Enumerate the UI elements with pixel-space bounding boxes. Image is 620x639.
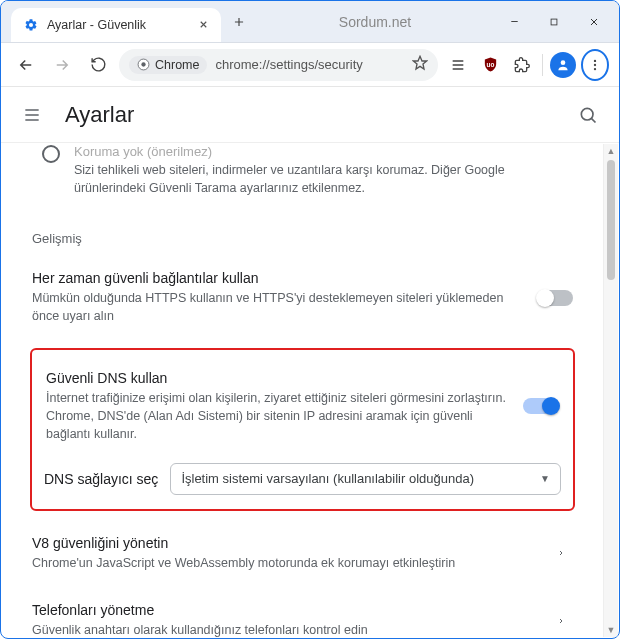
manage-phones-setting[interactable]: Telefonları yönetme Güvenlik anahtarı ol…	[30, 596, 575, 637]
secure-dns-toggle[interactable]	[523, 398, 559, 414]
close-tab-icon[interactable]	[198, 17, 209, 33]
svg-text:uo: uo	[486, 61, 494, 68]
setting-desc: Mümkün olduğunda HTTPS kullanın ve HTTPS…	[32, 289, 523, 325]
extensions-puzzle-icon[interactable]	[508, 50, 536, 80]
advanced-section-label: Gelişmiş	[32, 231, 575, 246]
chevron-right-icon	[549, 615, 573, 627]
scrollbar-thumb[interactable]	[607, 160, 615, 280]
setting-title: V8 güvenliğini yönetin	[32, 535, 535, 551]
window-controls	[497, 8, 619, 36]
caret-down-icon: ▼	[540, 473, 550, 484]
svg-point-6	[594, 63, 596, 65]
secure-dns-highlight: Güvenli DNS kullan İnternet trafiğinize …	[30, 348, 575, 511]
always-https-setting: Her zaman güvenli bağlantılar kullan Müm…	[30, 264, 575, 331]
setting-title: Güvenli DNS kullan	[46, 370, 509, 386]
setting-title: Telefonları yönetme	[32, 602, 535, 618]
svg-point-5	[594, 59, 596, 61]
setting-desc: Chrome'un JavaScript ve WebAssembly moto…	[32, 554, 535, 572]
chrome-icon	[137, 58, 150, 71]
menu-button[interactable]	[581, 49, 609, 81]
chevron-right-icon	[549, 547, 573, 559]
minimize-button[interactable]	[497, 8, 531, 36]
scroll-down-icon[interactable]: ▼	[604, 623, 618, 637]
settings-content: Koruma yok (önerilmez) Sizi tehlikeli we…	[2, 144, 603, 637]
browser-tab[interactable]: Ayarlar - Güvenlik	[11, 8, 221, 42]
setting-desc: Güvenlik anahtarı olarak kullandığınız t…	[32, 621, 535, 637]
chip-label: Chrome	[155, 58, 199, 72]
close-window-button[interactable]	[577, 8, 611, 36]
svg-point-2	[141, 62, 145, 66]
dns-provider-value: İşletim sistemi varsayılanı (kullanılabi…	[181, 471, 474, 486]
back-button[interactable]	[11, 50, 41, 80]
separator	[542, 54, 543, 76]
dns-provider-label: DNS sağlayıcı seç	[44, 471, 158, 487]
reload-button[interactable]	[83, 50, 113, 80]
hamburger-menu-icon[interactable]	[17, 100, 47, 130]
dns-provider-select[interactable]: İşletim sistemi varsayılanı (kullanılabi…	[170, 463, 561, 495]
page-title: Ayarlar	[65, 102, 134, 128]
secure-dns-setting: Güvenli DNS kullan İnternet trafiğinize …	[44, 364, 561, 449]
forward-button[interactable]	[47, 50, 77, 80]
svg-point-7	[594, 67, 596, 69]
extension-icon-1[interactable]	[444, 50, 472, 80]
setting-title: Her zaman güvenli bağlantılar kullan	[32, 270, 523, 286]
new-tab-button[interactable]	[225, 8, 253, 36]
settings-header: Ayarlar	[1, 87, 619, 143]
svg-point-4	[561, 60, 566, 65]
site-label: Sordum.net	[253, 14, 497, 30]
ublock-icon[interactable]: uo	[476, 50, 504, 80]
maximize-button[interactable]	[537, 8, 571, 36]
browser-toolbar: Chrome chrome://settings/security uo	[1, 43, 619, 87]
setting-desc: İnternet trafiğinize erişimi olan kişile…	[46, 389, 509, 443]
svg-rect-0	[551, 19, 557, 25]
gear-icon	[23, 17, 39, 33]
option-desc: Sizi tehlikeli web siteleri, indirmeler …	[74, 161, 575, 197]
search-icon[interactable]	[573, 100, 603, 130]
option-title: Koruma yok (önerilmez)	[74, 144, 575, 159]
dns-provider-row: DNS sağlayıcı seç İşletim sistemi varsay…	[44, 463, 561, 495]
svg-point-8	[581, 108, 593, 120]
window-titlebar: Ayarlar - Güvenlik Sordum.net	[1, 1, 619, 43]
v8-security-setting[interactable]: V8 güvenliğini yönetin Chrome'un JavaScr…	[30, 529, 575, 578]
safe-browsing-none-option[interactable]: Koruma yok (önerilmez) Sizi tehlikeli we…	[30, 144, 575, 203]
profile-avatar[interactable]	[549, 50, 577, 80]
site-chip[interactable]: Chrome	[129, 56, 207, 74]
always-https-toggle[interactable]	[537, 290, 573, 306]
url-text: chrome://settings/security	[215, 57, 362, 72]
bookmark-star-icon[interactable]	[412, 55, 428, 74]
scroll-up-icon[interactable]: ▲	[604, 144, 618, 158]
radio-icon[interactable]	[42, 145, 60, 163]
vertical-scrollbar[interactable]: ▲ ▼	[603, 144, 618, 637]
extension-icons: uo	[444, 49, 609, 81]
address-bar[interactable]: Chrome chrome://settings/security	[119, 49, 438, 81]
tab-title: Ayarlar - Güvenlik	[47, 18, 146, 32]
